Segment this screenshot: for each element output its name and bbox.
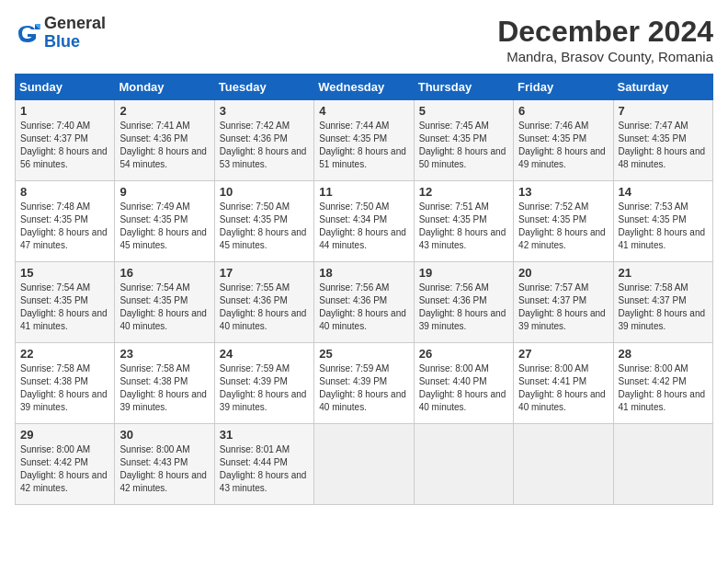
- calendar-cell: 19Sunrise: 7:56 AMSunset: 4:36 PMDayligh…: [414, 262, 513, 343]
- day-number: 18: [319, 266, 408, 280]
- calendar-cell: 9Sunrise: 7:49 AMSunset: 4:35 PMDaylight…: [115, 181, 214, 262]
- calendar-cell: 28Sunrise: 8:00 AMSunset: 4:42 PMDayligh…: [613, 343, 712, 424]
- day-number: 24: [220, 347, 309, 361]
- calendar-cell: 21Sunrise: 7:58 AMSunset: 4:37 PMDayligh…: [613, 262, 712, 343]
- calendar-cell: 5Sunrise: 7:45 AMSunset: 4:35 PMDaylight…: [414, 100, 513, 181]
- cell-info: Sunrise: 8:00 AMSunset: 4:40 PMDaylight:…: [419, 363, 506, 412]
- day-number: 22: [20, 347, 109, 361]
- calendar-cell: 31Sunrise: 8:01 AMSunset: 4:44 PMDayligh…: [214, 424, 313, 505]
- cell-info: Sunrise: 7:58 AMSunset: 4:38 PMDaylight:…: [20, 363, 108, 412]
- calendar-cell: 11Sunrise: 7:50 AMSunset: 4:34 PMDayligh…: [314, 181, 414, 262]
- calendar-cell: 23Sunrise: 7:58 AMSunset: 4:38 PMDayligh…: [115, 343, 214, 424]
- cell-info: Sunrise: 7:51 AMSunset: 4:35 PMDaylight:…: [419, 201, 506, 250]
- calendar-cell: 14Sunrise: 7:53 AMSunset: 4:35 PMDayligh…: [613, 181, 712, 262]
- day-number: 30: [119, 428, 209, 442]
- calendar-cell: 20Sunrise: 7:57 AMSunset: 4:37 PMDayligh…: [514, 262, 613, 343]
- cell-info: Sunrise: 8:00 AMSunset: 4:41 PMDaylight:…: [518, 363, 606, 412]
- cell-info: Sunrise: 7:42 AMSunset: 4:36 PMDaylight:…: [220, 121, 307, 169]
- weekday-header: Thursday: [414, 75, 513, 100]
- cell-info: Sunrise: 7:56 AMSunset: 4:36 PMDaylight:…: [319, 282, 406, 331]
- day-number: 15: [20, 266, 109, 280]
- day-number: 6: [518, 104, 608, 118]
- logo-text: General Blue: [44, 15, 106, 52]
- calendar-week-row: 1Sunrise: 7:40 AMSunset: 4:37 PMDaylight…: [16, 100, 713, 181]
- day-number: 2: [119, 104, 209, 118]
- calendar-cell: 27Sunrise: 8:00 AMSunset: 4:41 PMDayligh…: [514, 343, 613, 424]
- day-number: 3: [220, 104, 309, 118]
- day-number: 13: [518, 185, 608, 199]
- cell-info: Sunrise: 7:56 AMSunset: 4:36 PMDaylight:…: [419, 282, 506, 331]
- cell-info: Sunrise: 7:50 AMSunset: 4:35 PMDaylight:…: [220, 201, 307, 250]
- calendar-cell: 13Sunrise: 7:52 AMSunset: 4:35 PMDayligh…: [514, 181, 613, 262]
- cell-info: Sunrise: 7:45 AMSunset: 4:35 PMDaylight:…: [419, 121, 506, 169]
- month-year: December 2024: [497, 15, 713, 49]
- cell-info: Sunrise: 7:49 AMSunset: 4:35 PMDaylight:…: [119, 201, 207, 250]
- day-number: 17: [220, 266, 309, 280]
- calendar-week-row: 8Sunrise: 7:48 AMSunset: 4:35 PMDaylight…: [16, 181, 713, 262]
- calendar-cell: 25Sunrise: 7:59 AMSunset: 4:39 PMDayligh…: [314, 343, 414, 424]
- weekday-header: Tuesday: [214, 75, 313, 100]
- calendar-cell: 30Sunrise: 8:00 AMSunset: 4:43 PMDayligh…: [115, 424, 214, 505]
- cell-info: Sunrise: 7:57 AMSunset: 4:37 PMDaylight:…: [518, 282, 606, 331]
- cell-info: Sunrise: 7:47 AMSunset: 4:35 PMDaylight:…: [619, 121, 706, 169]
- logo-icon: [15, 20, 40, 46]
- location: Mandra, Brasov County, Romania: [497, 49, 713, 64]
- calendar-cell: 29Sunrise: 8:00 AMSunset: 4:42 PMDayligh…: [16, 424, 115, 505]
- calendar-cell: [613, 424, 712, 505]
- weekday-header: Wednesday: [314, 75, 414, 100]
- day-number: 23: [119, 347, 209, 361]
- day-number: 14: [619, 185, 708, 199]
- weekday-header: Friday: [514, 75, 613, 100]
- calendar-cell: 17Sunrise: 7:55 AMSunset: 4:36 PMDayligh…: [214, 262, 313, 343]
- calendar-cell: 3Sunrise: 7:42 AMSunset: 4:36 PMDaylight…: [214, 100, 313, 181]
- calendar-week-row: 22Sunrise: 7:58 AMSunset: 4:38 PMDayligh…: [16, 343, 713, 424]
- cell-info: Sunrise: 7:50 AMSunset: 4:34 PMDaylight:…: [319, 201, 406, 250]
- day-number: 11: [319, 185, 408, 199]
- cell-info: Sunrise: 7:58 AMSunset: 4:37 PMDaylight:…: [619, 282, 706, 331]
- calendar-cell: 7Sunrise: 7:47 AMSunset: 4:35 PMDaylight…: [613, 100, 712, 181]
- calendar-table: SundayMondayTuesdayWednesdayThursdayFrid…: [15, 74, 713, 505]
- calendar-cell: 18Sunrise: 7:56 AMSunset: 4:36 PMDayligh…: [314, 262, 414, 343]
- calendar-cell: 12Sunrise: 7:51 AMSunset: 4:35 PMDayligh…: [414, 181, 513, 262]
- weekday-header: Monday: [115, 75, 214, 100]
- cell-info: Sunrise: 7:59 AMSunset: 4:39 PMDaylight:…: [319, 363, 406, 412]
- calendar-week-row: 29Sunrise: 8:00 AMSunset: 4:42 PMDayligh…: [16, 424, 713, 505]
- day-number: 1: [20, 104, 109, 118]
- page-header: General Blue December 2024 Mandra, Braso…: [15, 15, 713, 64]
- calendar-cell: 2Sunrise: 7:41 AMSunset: 4:36 PMDaylight…: [115, 100, 214, 181]
- cell-info: Sunrise: 7:54 AMSunset: 4:35 PMDaylight:…: [20, 282, 108, 331]
- weekday-header-row: SundayMondayTuesdayWednesdayThursdayFrid…: [16, 75, 713, 100]
- calendar-cell: 16Sunrise: 7:54 AMSunset: 4:35 PMDayligh…: [115, 262, 214, 343]
- calendar-week-row: 15Sunrise: 7:54 AMSunset: 4:35 PMDayligh…: [16, 262, 713, 343]
- day-number: 19: [419, 266, 508, 280]
- cell-info: Sunrise: 7:48 AMSunset: 4:35 PMDaylight:…: [20, 201, 108, 250]
- day-number: 16: [119, 266, 209, 280]
- day-number: 9: [119, 185, 209, 199]
- day-number: 20: [518, 266, 608, 280]
- logo: General Blue: [15, 15, 106, 52]
- calendar-cell: 24Sunrise: 7:59 AMSunset: 4:39 PMDayligh…: [214, 343, 313, 424]
- cell-info: Sunrise: 8:00 AMSunset: 4:42 PMDaylight:…: [20, 444, 108, 493]
- cell-info: Sunrise: 7:58 AMSunset: 4:38 PMDaylight:…: [119, 363, 207, 412]
- title-block: December 2024 Mandra, Brasov County, Rom…: [497, 15, 713, 64]
- day-number: 8: [20, 185, 109, 199]
- calendar-cell: 22Sunrise: 7:58 AMSunset: 4:38 PMDayligh…: [16, 343, 115, 424]
- calendar-cell: [414, 424, 513, 505]
- day-number: 7: [619, 104, 708, 118]
- cell-info: Sunrise: 7:44 AMSunset: 4:35 PMDaylight:…: [319, 121, 406, 169]
- cell-info: Sunrise: 7:53 AMSunset: 4:35 PMDaylight:…: [619, 201, 706, 250]
- calendar-cell: 8Sunrise: 7:48 AMSunset: 4:35 PMDaylight…: [16, 181, 115, 262]
- day-number: 26: [419, 347, 508, 361]
- day-number: 27: [518, 347, 608, 361]
- day-number: 10: [220, 185, 309, 199]
- cell-info: Sunrise: 8:00 AMSunset: 4:43 PMDaylight:…: [119, 444, 207, 493]
- cell-info: Sunrise: 7:54 AMSunset: 4:35 PMDaylight:…: [119, 282, 207, 331]
- calendar-cell: 10Sunrise: 7:50 AMSunset: 4:35 PMDayligh…: [214, 181, 313, 262]
- calendar-cell: 1Sunrise: 7:40 AMSunset: 4:37 PMDaylight…: [16, 100, 115, 181]
- day-number: 12: [419, 185, 508, 199]
- cell-info: Sunrise: 7:41 AMSunset: 4:36 PMDaylight:…: [119, 121, 207, 169]
- day-number: 21: [619, 266, 708, 280]
- day-number: 29: [20, 428, 109, 442]
- day-number: 5: [419, 104, 508, 118]
- calendar-cell: 6Sunrise: 7:46 AMSunset: 4:35 PMDaylight…: [514, 100, 613, 181]
